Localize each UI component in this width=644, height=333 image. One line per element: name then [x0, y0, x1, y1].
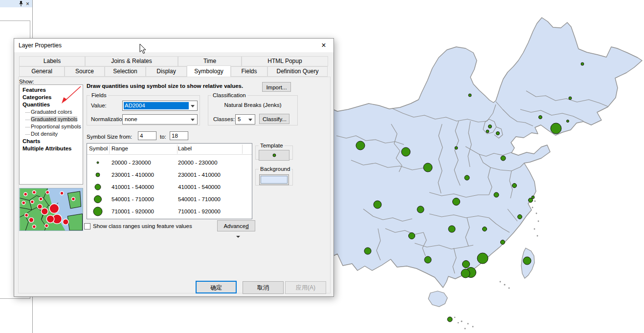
- cancel-button[interactable]: 取消: [243, 281, 284, 294]
- template-group: Template: [255, 143, 293, 160]
- row-symbol-circle[interactable]: [97, 161, 99, 164]
- symbol-size-to-label: to:: [160, 134, 166, 140]
- tree-item-label: Dot density: [31, 131, 58, 137]
- row-label[interactable]: 20000 - 230000: [178, 160, 218, 166]
- tree-item-features[interactable]: Features: [22, 86, 83, 94]
- row-range[interactable]: 20000 - 230000: [111, 160, 151, 166]
- tab-html-popup[interactable]: HTML Popup: [242, 56, 328, 66]
- tree-item-graduated-symbols[interactable]: Graduated symbols: [22, 116, 83, 123]
- row-symbol-circle[interactable]: [95, 184, 101, 190]
- tree-item-proportional-symbols[interactable]: Proportional symbols: [22, 123, 83, 130]
- show-label: Show:: [19, 79, 34, 84]
- tab-joins-relates[interactable]: Joins & Relates: [85, 56, 178, 66]
- classes-combobox-value: 5: [237, 116, 246, 123]
- show-class-ranges-checkbox[interactable]: [84, 223, 90, 229]
- chevron-down-icon[interactable]: [191, 105, 195, 107]
- row-symbol-circle[interactable]: [94, 195, 102, 203]
- background-color-button[interactable]: [259, 174, 289, 185]
- normalization-combobox[interactable]: none: [122, 114, 198, 125]
- tree-item-quantities[interactable]: Quantities: [22, 101, 83, 108]
- col-label[interactable]: Label: [178, 146, 192, 151]
- tab-symbology[interactable]: Symbology: [187, 65, 231, 77]
- classes-label: Classes:: [213, 116, 235, 122]
- tab-labels[interactable]: Labels: [19, 56, 85, 66]
- template-legend: Template: [259, 143, 285, 148]
- dialog-title: Layer Properties: [19, 42, 62, 49]
- tree-item-multiple-attributes[interactable]: Multiple Attributes: [22, 145, 83, 152]
- row-label[interactable]: 410001 - 540000: [178, 184, 221, 190]
- show-class-ranges-label: Show class ranges using feature values: [93, 223, 192, 229]
- row-label[interactable]: 710001 - 920000: [178, 208, 221, 214]
- classification-group: Classification Natural Breaks (Jenks) Cl…: [208, 92, 298, 125]
- template-symbol-button[interactable]: [259, 150, 289, 161]
- row-label[interactable]: 230001 - 410000: [178, 172, 221, 178]
- template-symbol-dot: [272, 154, 276, 157]
- symbol-size-from-input[interactable]: 4: [138, 131, 156, 140]
- apply-button[interactable]: 应用(A): [285, 281, 326, 294]
- map-symbol: [501, 240, 505, 245]
- tab-source[interactable]: Source: [65, 66, 105, 77]
- tab-display[interactable]: Display: [146, 66, 187, 77]
- table-row[interactable]: 540001 - 710000540001 - 710000: [87, 193, 251, 205]
- row-label[interactable]: 540001 - 710000: [178, 196, 221, 202]
- class-table-header: Symbol Range Label: [87, 144, 252, 155]
- chevron-down-icon: [236, 236, 240, 238]
- map-symbol: [409, 233, 415, 239]
- tree-item-label: Charts: [22, 138, 40, 144]
- classify-button[interactable]: Classify...: [259, 114, 289, 124]
- tree-item-label: Proportional symbols: [31, 124, 81, 129]
- china-outline: [323, 18, 642, 288]
- map-symbol: [455, 146, 458, 149]
- row-symbol-circle[interactable]: [96, 172, 100, 177]
- tab-general[interactable]: General: [19, 66, 65, 77]
- tab-fields[interactable]: Fields: [231, 66, 267, 77]
- map-symbol: [494, 192, 499, 197]
- tab-row-2: GeneralSourceSelectionDisplaySymbologyFi…: [14, 66, 333, 77]
- classes-combobox[interactable]: 5: [235, 114, 255, 125]
- map-symbol: [453, 198, 460, 206]
- tab-definition-query[interactable]: Definition Query: [267, 66, 328, 77]
- tree-item-charts[interactable]: Charts: [22, 138, 83, 145]
- table-row[interactable]: 710001 - 920000710001 - 920000: [87, 205, 251, 217]
- col-symbol[interactable]: Symbol: [89, 146, 108, 151]
- pin-icon[interactable]: [19, 1, 23, 6]
- map-symbol: [401, 147, 410, 156]
- tree-item-categories[interactable]: Categories: [22, 94, 83, 101]
- ok-button[interactable]: 确定: [196, 281, 237, 293]
- map-symbol: [518, 215, 522, 219]
- table-row[interactable]: 410001 - 540000410001 - 540000: [87, 181, 251, 193]
- map-symbol: [364, 248, 371, 254]
- table-row[interactable]: 20000 - 23000020000 - 230000: [87, 156, 251, 168]
- table-row[interactable]: 230001 - 410000230001 - 410000: [87, 168, 251, 181]
- map-symbol: [356, 141, 365, 150]
- chevron-down-icon[interactable]: [191, 119, 195, 121]
- map-symbol: [463, 261, 470, 268]
- advanced-label-mnemonic: d: [245, 223, 248, 229]
- col-range[interactable]: Range: [111, 146, 128, 151]
- symbol-size-to-input[interactable]: 18: [170, 131, 188, 140]
- import-button[interactable]: Import...: [262, 82, 291, 92]
- tree-item-dot-density[interactable]: Dot density: [22, 130, 83, 138]
- row-symbol-circle[interactable]: [93, 207, 103, 216]
- row-range[interactable]: 410001 - 540000: [111, 184, 154, 190]
- map-symbol: [567, 120, 569, 123]
- class-table: Symbol Range Label 20000 - 23000020000 -…: [87, 143, 252, 219]
- advanced-button[interactable]: Advanced: [217, 220, 255, 231]
- layer-properties-dialog: Layer Properties × LabelsJoins & Relates…: [14, 38, 334, 297]
- map-symbol: [461, 269, 470, 278]
- tab-selection[interactable]: Selection: [105, 66, 146, 77]
- map-symbol: [483, 227, 487, 231]
- symbology-preview-image: [19, 188, 83, 231]
- dialog-close-icon[interactable]: ×: [317, 40, 331, 51]
- dialog-titlebar[interactable]: Layer Properties ×: [14, 39, 333, 52]
- tab-time[interactable]: Time: [178, 56, 242, 66]
- value-combobox[interactable]: AD2004: [122, 101, 198, 111]
- chevron-down-icon[interactable]: [248, 119, 252, 121]
- row-range[interactable]: 230001 - 410000: [111, 172, 154, 178]
- row-range[interactable]: 710001 - 920000: [111, 208, 154, 214]
- row-range[interactable]: 540001 - 710000: [111, 196, 154, 202]
- panel-close-icon[interactable]: ×: [26, 1, 29, 6]
- tree-item-graduated-colors[interactable]: Graduated colors: [22, 108, 83, 116]
- map-symbol: [512, 184, 517, 188]
- map-symbol: [501, 156, 506, 161]
